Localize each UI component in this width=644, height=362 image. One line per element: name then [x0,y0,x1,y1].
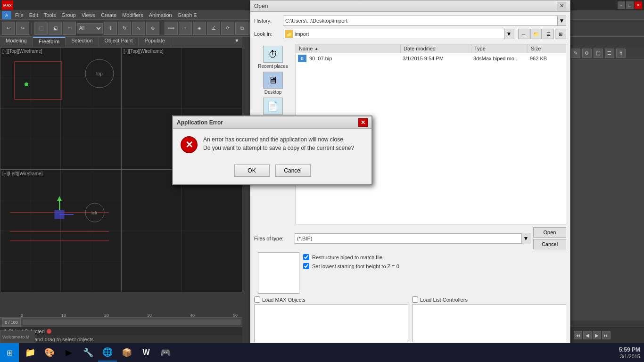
error-titlebar: Application Error ✕ [173,116,372,129]
play-back-btn[interactable]: ◀ [583,331,592,339]
new-folder-btn[interactable]: 📁 [530,29,542,39]
rotate-tool[interactable]: ↻ [118,22,131,35]
panel-btn-6[interactable]: ↯ [616,49,626,58]
undo-btn[interactable]: ↩ [2,22,15,35]
recent-places-item[interactable]: ⏱ Recent places [258,46,288,69]
select-region[interactable]: ⬕ [49,22,62,35]
select-tool[interactable]: ⬚ [34,22,48,35]
tab-populate[interactable]: Populate [139,37,171,47]
tab-collapse[interactable]: ▼ [231,37,242,47]
open-btn[interactable]: Open [533,227,566,238]
scrub-track[interactable] [23,320,240,325]
foot-height-checkbox[interactable] [303,263,309,269]
col-date[interactable]: Date modified [401,44,471,53]
angle-snap[interactable]: ∠ [207,22,220,35]
restructure-label: Restructure biped to match file [312,255,382,260]
taskbar-chrome[interactable]: 🌐 [98,344,117,362]
move-tool[interactable]: ✛ [104,22,117,35]
panel-btn-2[interactable]: ✎ [571,49,580,58]
preview-box [258,252,299,294]
load-list-list [412,304,566,342]
panel-btn-3[interactable]: ⚙ [582,49,592,58]
cancel-file-btn[interactable]: Cancel [533,239,566,249]
window-controls: − □ ✕ [618,1,642,9]
load-max-section: Load MAX Objects [254,296,408,342]
mark-0: 0 [21,313,23,318]
select-filter[interactable]: ≡ [63,22,76,35]
panel-btn-4[interactable]: ◫ [594,49,603,58]
viewport-persp[interactable] [121,170,242,292]
file-type: 3dsMax biped mo... [471,56,528,61]
mark-50: 50 [233,313,238,318]
error-ok-btn[interactable]: OK [234,165,270,177]
menu-modifiers[interactable]: Modifiers [120,12,145,18]
spinner[interactable]: ⟳ [221,22,234,35]
minimize-btn[interactable]: − [618,1,625,9]
history-arrow[interactable]: ▼ [557,16,566,26]
start-btn[interactable]: ⊞ [0,343,19,362]
taskbar-3dsmax[interactable]: 🎮 [156,344,175,362]
taskbar-media[interactable]: ▶ [59,344,78,362]
load-max-checkbox[interactable] [254,296,260,303]
viewport-left[interactable]: [+][Left][Wireframe] [0,170,121,292]
col-size[interactable]: Size [528,44,566,53]
taskbar-word[interactable]: W [137,344,156,362]
documents-icon: 📄 [263,98,283,115]
place-tool[interactable]: ⊕ [146,22,159,35]
next-frame-btn[interactable]: ⏭ [602,331,611,339]
error-line1: An error has occurred and the applicatio… [203,136,354,143]
menu-group[interactable]: Group [59,12,78,18]
toolbar-sep-1 [32,23,32,34]
panel-btn-5[interactable]: ☰ [605,49,614,58]
grid-view-btn[interactable]: ⊞ [555,29,566,39]
error-cancel-btn[interactable]: Cancel [275,165,311,177]
tab-modeling[interactable]: Modeling [0,37,33,47]
view-btn[interactable]: ☰ [543,29,554,39]
taskbar-file-explorer[interactable]: 📁 [21,344,40,362]
tab-freeform[interactable]: Freeform [33,37,66,47]
tab-object-paint[interactable]: Object Paint [99,37,139,47]
desktop-item[interactable]: 🖥 Desktop [263,72,283,95]
file-row[interactable]: B 90_07.bip 3/1/2015 9:54 PM 3dsMax bipe… [296,53,566,64]
mark-10: 10 [61,313,66,318]
mirror-tool[interactable]: ⟺ [165,22,178,35]
history-combo[interactable]: C:\Users\...\Desktop\import ▼ [283,16,566,26]
restructure-checkbox[interactable] [303,254,309,260]
col-type[interactable]: Type [471,44,528,53]
filter-dropdown[interactable]: All [77,23,103,33]
error-close-btn[interactable]: ✕ [358,118,368,127]
menu-animation[interactable]: Animation [147,12,174,18]
menu-file[interactable]: File [13,12,25,18]
align-tool[interactable]: ≡ [179,22,192,35]
error-icon: ✕ [181,136,198,153]
prev-frame-btn[interactable]: ⏮ [574,331,582,339]
maximize-btn[interactable]: □ [626,1,634,9]
menu-create[interactable]: Create [99,12,118,18]
menu-graph[interactable]: Graph E [176,12,199,18]
lookin-arrow[interactable]: ▼ [504,29,513,39]
filetype-row: Files of type: (*.BIP) ▼ Open Cancel [254,227,566,249]
close-btn[interactable]: ✕ [635,1,642,9]
menu-views[interactable]: Views [80,12,97,18]
menu-tools[interactable]: Tools [42,12,58,18]
tab-selection[interactable]: Selection [66,37,99,47]
taskbar-archive[interactable]: 📦 [117,344,136,362]
nav-back-btn[interactable]: ← [518,29,529,39]
lookin-combo[interactable]: 📁 import ▼ [283,29,513,39]
viewport-top[interactable]: [+][Top][Wireframe] top [0,47,121,170]
timeline-area: 0 / 100 [0,317,242,327]
filetype-arrow[interactable]: ▼ [521,233,530,244]
menu-edit[interactable]: Edit [27,12,40,18]
taskbar-paint[interactable]: 🎨 [40,344,59,362]
scale-tool[interactable]: ⤡ [132,22,145,35]
redo-btn[interactable]: ↪ [16,22,29,35]
open-dialog-close[interactable]: ✕ [557,2,566,10]
load-list-checkbox[interactable] [412,296,418,303]
taskbar-vs[interactable]: 🔧 [79,344,98,362]
col-name[interactable]: Name ▲ [296,44,401,53]
recent-places-label: Recent places [258,64,288,69]
filetype-combo[interactable]: (*.BIP) ▼ [295,233,530,244]
snap-toggle[interactable]: ◈ [193,22,206,35]
play-btn[interactable]: ▶ [593,331,601,339]
link-tool[interactable]: ⧉ [235,22,248,35]
